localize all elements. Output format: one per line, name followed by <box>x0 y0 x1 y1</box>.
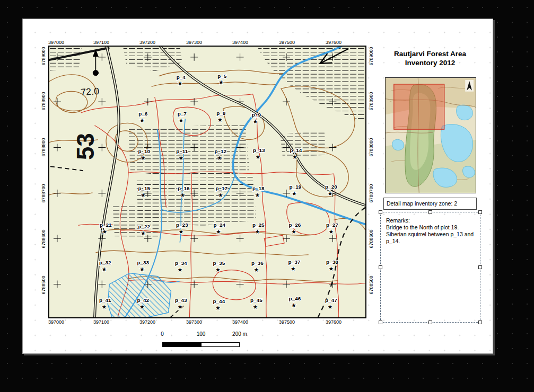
layout-page[interactable]: 72.0 53 p_4★p_5★p_6★p_7★p_8★p_9★p_10★p_1… <box>22 19 493 354</box>
svg-text:★: ★ <box>253 304 258 310</box>
svg-text:★: ★ <box>329 265 334 272</box>
overview-map-item[interactable] <box>385 77 476 193</box>
svg-text:★: ★ <box>291 228 296 235</box>
scale-bar-segment-filled <box>162 342 201 347</box>
map-item[interactable]: 72.0 53 p_4★p_5★p_6★p_7★p_8★p_9★p_10★p_1… <box>48 46 366 318</box>
grid-x-label-bottom: 397300 <box>186 319 202 325</box>
selection-handle-bottom-right[interactable] <box>478 320 482 324</box>
overview-map <box>386 78 476 193</box>
grid-x-label-bottom: 397500 <box>279 319 295 325</box>
grid-y-label-right: 6788500 <box>369 275 374 294</box>
svg-text:★: ★ <box>215 266 221 273</box>
grid-x-label-bottom: 397200 <box>139 319 155 325</box>
svg-text:★: ★ <box>216 228 221 235</box>
svg-text:★: ★ <box>292 190 297 197</box>
inventory-zone-highlight <box>394 84 444 129</box>
svg-text:★: ★ <box>218 79 224 86</box>
svg-text:p_38: p_38 <box>326 259 338 265</box>
remarks-body: Bridge to the North of plot 19. Siberian… <box>386 224 475 245</box>
svg-text:★: ★ <box>328 304 333 310</box>
svg-text:p_37: p_37 <box>288 259 301 265</box>
selection-handle-bottom-middle[interactable] <box>428 320 432 324</box>
remarks-heading: Remarks: <box>386 217 475 224</box>
svg-text:★: ★ <box>180 192 185 199</box>
svg-text:★: ★ <box>178 155 183 162</box>
svg-text:p_17: p_17 <box>216 185 228 191</box>
layout-canvas[interactable]: 72.0 53 p_4★p_5★p_6★p_7★p_8★p_9★p_10★p_1… <box>0 0 534 392</box>
svg-text:★: ★ <box>139 266 145 273</box>
svg-text:p_32: p_32 <box>99 260 111 265</box>
svg-text:p_26: p_26 <box>289 222 301 228</box>
svg-text:★: ★ <box>292 154 297 161</box>
svg-text:p_18: p_18 <box>252 185 265 191</box>
svg-text:p_13: p_13 <box>253 147 265 153</box>
svg-text:★: ★ <box>177 266 182 273</box>
svg-text:★: ★ <box>255 228 260 235</box>
overview-north-arrow-icon <box>465 80 474 92</box>
contour-elevation-label: 72.0 <box>80 86 99 97</box>
svg-text:p_47: p_47 <box>325 297 337 303</box>
svg-text:★: ★ <box>291 302 296 309</box>
svg-text:p_19: p_19 <box>290 184 302 190</box>
svg-text:★: ★ <box>291 265 296 272</box>
svg-text:p_16: p_16 <box>178 185 190 191</box>
selection-handle-middle-left[interactable] <box>379 265 382 269</box>
svg-text:★: ★ <box>217 155 222 162</box>
svg-text:★: ★ <box>217 117 223 123</box>
svg-text:★: ★ <box>178 117 183 124</box>
svg-text:p_8: p_8 <box>216 110 226 116</box>
svg-text:p_41: p_41 <box>99 297 111 303</box>
scale-bar-item[interactable]: 0 100 200 m <box>160 331 244 349</box>
detail-label-item[interactable]: Detail map inventory zone: 2 <box>383 198 477 210</box>
svg-text:p_45: p_45 <box>250 297 262 303</box>
svg-text:★: ★ <box>139 117 145 124</box>
svg-text:p_15: p_15 <box>138 185 150 191</box>
grid-x-label-top: 397000 <box>48 40 64 45</box>
svg-text:p_7: p_7 <box>178 111 187 117</box>
svg-text:p_22: p_22 <box>138 224 150 229</box>
svg-text:p_14: p_14 <box>290 147 302 153</box>
title-line2: Inventory 2012 <box>381 58 479 67</box>
scale-bar-segment-empty <box>201 342 240 347</box>
svg-text:★: ★ <box>177 304 182 310</box>
grid-y-label-right: 6789000 <box>369 47 374 65</box>
grid-y-label-left: 6788700 <box>41 184 46 202</box>
svg-text:★: ★ <box>255 154 260 161</box>
svg-text:p_43: p_43 <box>175 297 187 303</box>
svg-text:p_34: p_34 <box>175 260 187 266</box>
grid-x-label-top: 397600 <box>326 40 342 45</box>
grid-y-label-right: 6788600 <box>369 229 374 248</box>
svg-text:★: ★ <box>177 80 182 87</box>
grid-x-label-bottom: 397400 <box>232 319 248 325</box>
svg-text:p_42: p_42 <box>137 297 150 303</box>
svg-text:★: ★ <box>253 118 258 125</box>
selection-handle-top-left[interactable] <box>379 210 382 214</box>
remarks-item[interactable]: Remarks: Bridge to the North of plot 19.… <box>383 215 477 319</box>
svg-text:★: ★ <box>101 266 107 273</box>
svg-text:★: ★ <box>253 266 259 273</box>
grid-x-label-top: 397100 <box>93 40 109 45</box>
svg-text:p_36: p_36 <box>251 260 264 266</box>
svg-text:★: ★ <box>141 230 146 237</box>
svg-text:★: ★ <box>328 190 333 197</box>
title-line1: Rautjarvi Forest Area <box>381 49 479 58</box>
selection-handle-top-middle[interactable] <box>428 210 432 214</box>
svg-text:★: ★ <box>329 228 334 235</box>
selection-handle-middle-right[interactable] <box>478 265 482 269</box>
grid-x-label-top: 397400 <box>232 40 248 45</box>
svg-text:★: ★ <box>141 192 146 199</box>
grid-y-label-left: 6788800 <box>41 138 46 156</box>
grid-x-label-top: 397500 <box>279 40 295 45</box>
svg-text:★: ★ <box>139 304 145 310</box>
svg-text:★: ★ <box>255 192 260 199</box>
selection-handle-top-right[interactable] <box>478 210 482 214</box>
svg-text:p_33: p_33 <box>137 260 150 265</box>
svg-text:p_11: p_11 <box>176 148 188 154</box>
grid-x-label-top: 397200 <box>139 40 155 45</box>
svg-text:p_6: p_6 <box>138 111 148 117</box>
title-item[interactable]: Rautjarvi Forest Area Inventory 2012 <box>381 49 479 67</box>
svg-text:★: ★ <box>101 304 107 310</box>
svg-text:p_9: p_9 <box>252 112 261 118</box>
grid-y-label-left: 6788500 <box>41 275 46 294</box>
selection-handle-bottom-left[interactable] <box>379 320 382 324</box>
